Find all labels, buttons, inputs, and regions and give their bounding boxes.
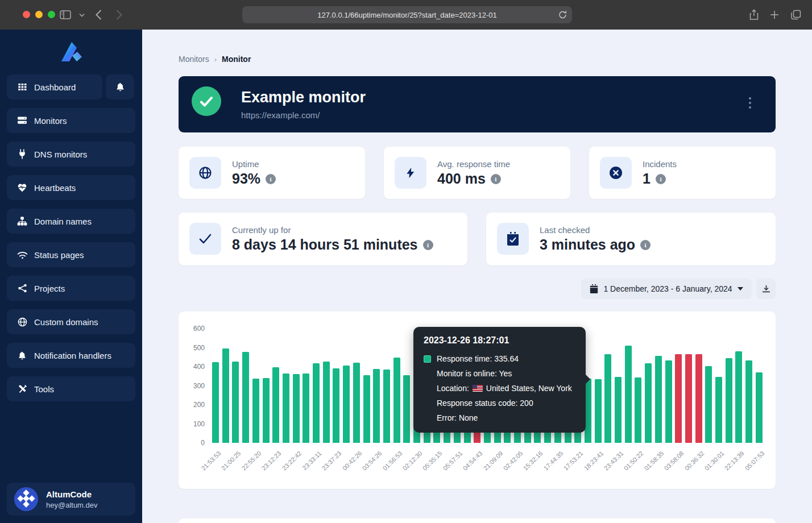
bar-up[interactable] <box>353 363 360 443</box>
close-window-button[interactable] <box>23 11 30 18</box>
share-icon[interactable] <box>747 7 761 22</box>
info-icon[interactable]: i <box>656 174 666 184</box>
y-tick-label: 200 <box>182 401 205 409</box>
sidebar-item-custom-domains[interactable]: Custom domains <box>7 309 135 334</box>
sidebar-item-label: DNS monitors <box>34 150 87 159</box>
bar-up[interactable] <box>595 379 602 443</box>
bar-up[interactable] <box>665 360 672 443</box>
sidebar-item-label: Status pages <box>34 250 84 260</box>
bar-up[interactable] <box>383 370 390 443</box>
sidebar-item-dns-monitors[interactable]: DNS monitors <box>7 142 135 167</box>
bar-up[interactable] <box>625 346 632 443</box>
bar-up[interactable] <box>242 352 249 443</box>
sidebar-item-monitors[interactable]: Monitors <box>7 108 135 133</box>
reload-icon[interactable] <box>558 10 567 19</box>
forward-button[interactable] <box>111 7 126 22</box>
info-icon[interactable]: i <box>640 240 651 250</box>
info-icon[interactable]: i <box>266 174 276 184</box>
tab-overview-icon[interactable] <box>789 7 803 22</box>
account-menu[interactable]: AltumCode hey@altum.dev <box>7 483 135 516</box>
stat-label: Last checked <box>540 225 590 235</box>
info-icon[interactable]: i <box>491 174 501 184</box>
sidebar: Dashboard Monitors DNS monitors Heartbea… <box>0 30 142 523</box>
bar-up[interactable] <box>263 378 270 443</box>
y-tick-label: 400 <box>182 363 205 371</box>
app-logo-icon[interactable] <box>57 39 84 66</box>
bar-up[interactable] <box>604 354 611 443</box>
chevron-down-icon[interactable] <box>74 7 89 22</box>
stat-value: 400 ms <box>437 171 486 187</box>
caret-down-icon <box>738 287 743 290</box>
download-report-button[interactable] <box>756 279 776 299</box>
bar-up[interactable] <box>705 366 712 443</box>
monitor-options-button[interactable] <box>745 93 755 113</box>
bar-up[interactable] <box>393 358 400 443</box>
address-bar[interactable]: 127.0.0.1/66uptime/monitor/25?start_date… <box>242 6 572 23</box>
next-section-card <box>179 518 776 523</box>
bar-up[interactable] <box>655 356 662 443</box>
bar-up[interactable] <box>403 375 410 443</box>
download-icon <box>762 285 770 293</box>
sidebar-item-dashboard[interactable]: Dashboard <box>7 74 102 99</box>
bar-up[interactable] <box>283 373 289 443</box>
share-nodes-icon <box>16 284 28 293</box>
fullscreen-window-button[interactable] <box>48 11 55 18</box>
back-button[interactable] <box>91 7 106 22</box>
heart-pulse-icon <box>16 183 28 192</box>
sidebar-item-domain-names[interactable]: Domain names <box>7 209 135 234</box>
y-tick-label: 500 <box>182 344 205 352</box>
bar-up[interactable] <box>212 362 219 443</box>
tooltip-location-value: United States, New York <box>486 381 572 396</box>
bar-down[interactable] <box>695 354 702 443</box>
sidebar-item-notification-handlers[interactable]: Notification handlers <box>7 343 135 368</box>
bar-up[interactable] <box>303 373 309 443</box>
bar-up[interactable] <box>363 375 370 443</box>
bar-up[interactable] <box>756 372 763 443</box>
bar-up[interactable] <box>272 367 279 443</box>
y-tick-label: 100 <box>182 420 205 428</box>
calendar-check-icon <box>497 223 529 255</box>
bar-up[interactable] <box>635 377 641 443</box>
screwdriver-wrench-icon <box>16 384 28 394</box>
sidebar-item-label: Monitors <box>34 116 67 126</box>
bar-up[interactable] <box>615 377 622 443</box>
bar-up[interactable] <box>232 362 239 443</box>
account-name: AltumCode <box>46 489 98 499</box>
tooltip-response-time: Response time: 335.64 <box>437 351 519 366</box>
bar-up[interactable] <box>313 363 320 443</box>
wifi-icon <box>16 251 28 259</box>
account-email: hey@altum.dev <box>46 501 98 509</box>
breadcrumb-current: Monitor <box>222 55 251 64</box>
notifications-button[interactable] <box>106 74 134 99</box>
sidebar-item-label: Custom domains <box>34 317 98 327</box>
bar-up[interactable] <box>745 360 752 443</box>
bar-up[interactable] <box>373 369 380 443</box>
monitor-url[interactable]: https://example.com/ <box>241 110 320 120</box>
bar-down[interactable] <box>675 354 682 443</box>
sidebar-item-projects[interactable]: Projects <box>7 276 135 301</box>
bar-up[interactable] <box>645 363 652 443</box>
info-icon[interactable]: i <box>423 240 433 250</box>
sidebar-item-heartbeats[interactable]: Heartbeats <box>7 175 135 200</box>
us-flag-icon <box>473 385 483 392</box>
bar-up[interactable] <box>735 351 742 443</box>
bar-up[interactable] <box>715 377 722 443</box>
bar-up[interactable] <box>222 348 229 443</box>
new-tab-icon[interactable] <box>767 7 782 22</box>
bar-up[interactable] <box>343 366 350 443</box>
sidebar-toggle-icon[interactable] <box>58 7 73 22</box>
tooltip-location-label: Location: <box>437 381 469 396</box>
sidebar-item-label: Heartbeats <box>34 183 76 193</box>
sidebar-item-tools[interactable]: Tools <box>7 376 135 401</box>
breadcrumb-monitors-link[interactable]: Monitors <box>179 55 209 64</box>
bar-up[interactable] <box>333 368 339 443</box>
bar-up[interactable] <box>252 379 259 443</box>
tooltip-online: Monitor is online: Yes <box>437 366 512 381</box>
bar-up[interactable] <box>293 374 300 443</box>
bar-up[interactable] <box>726 358 732 443</box>
date-range-picker[interactable]: 1 December, 2023 - 6 January, 2024 <box>581 279 752 299</box>
minimize-window-button[interactable] <box>35 11 43 18</box>
bar-down[interactable] <box>685 354 692 443</box>
bar-up[interactable] <box>323 362 330 443</box>
sidebar-item-status-pages[interactable]: Status pages <box>7 242 135 267</box>
